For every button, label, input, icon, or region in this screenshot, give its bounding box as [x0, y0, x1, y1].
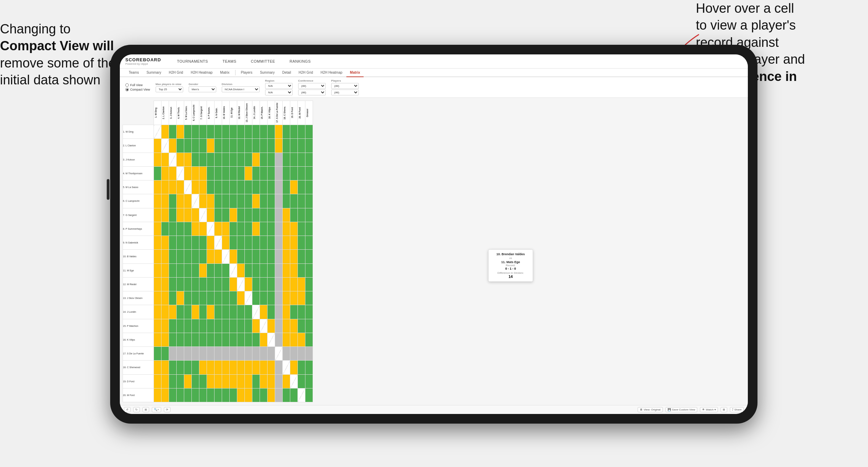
- matrix-cell[interactable]: [290, 139, 298, 153]
- matrix-cell[interactable]: [177, 305, 184, 319]
- matrix-cell[interactable]: [230, 125, 237, 139]
- matrix-cell[interactable]: [207, 361, 215, 374]
- matrix-cell[interactable]: [275, 319, 283, 333]
- players-select-2[interactable]: (All): [331, 90, 359, 95]
- matrix-cell[interactable]: [283, 222, 290, 236]
- matrix-cell[interactable]: [199, 333, 207, 346]
- matrix-cell[interactable]: [184, 194, 192, 208]
- refresh-btn[interactable]: ⟳: [164, 407, 170, 412]
- matrix-cell[interactable]: [169, 319, 177, 333]
- nav-teams[interactable]: TEAMS: [220, 58, 238, 65]
- matrix-cell[interactable]: [207, 194, 215, 208]
- matrix-cell[interactable]: [199, 139, 207, 153]
- matrix-cell[interactable]: [215, 291, 222, 305]
- matrix-cell[interactable]: [260, 277, 268, 291]
- matrix-cell[interactable]: [222, 153, 230, 166]
- matrix-cell[interactable]: [275, 153, 283, 166]
- matrix-cell[interactable]: [207, 374, 215, 388]
- matrix-cell[interactable]: [207, 250, 215, 263]
- players-select-1[interactable]: (All): [331, 83, 359, 89]
- matrix-cell[interactable]: [161, 347, 169, 361]
- matrix-cell[interactable]: [275, 388, 283, 402]
- matrix-cell[interactable]: [283, 180, 290, 194]
- matrix-cell[interactable]: [215, 250, 222, 263]
- matrix-cell[interactable]: [199, 305, 207, 319]
- matrix-cell[interactable]: [290, 153, 298, 166]
- matrix-cell[interactable]: [161, 388, 169, 402]
- matrix-cell[interactable]: [154, 222, 161, 236]
- matrix-cell[interactable]: [199, 194, 207, 208]
- matrix-cell[interactable]: [237, 361, 245, 374]
- full-view-option[interactable]: Full View: [125, 83, 150, 87]
- matrix-cell[interactable]: [268, 194, 275, 208]
- matrix-cell[interactable]: [245, 291, 252, 305]
- matrix-cell[interactable]: [230, 250, 237, 263]
- matrix-cell[interactable]: [268, 333, 275, 346]
- matrix-cell[interactable]: [237, 305, 245, 319]
- matrix-cell[interactable]: [275, 347, 283, 361]
- matrix-cell[interactable]: [207, 291, 215, 305]
- matrix-cell[interactable]: [169, 388, 177, 402]
- matrix-cell[interactable]: [154, 194, 161, 208]
- nav-committee[interactable]: COMMITTEE: [249, 58, 278, 65]
- matrix-cell[interactable]: [298, 208, 305, 222]
- matrix-cell[interactable]: [192, 305, 199, 319]
- matrix-cell[interactable]: [237, 374, 245, 388]
- matrix-cell[interactable]: [268, 263, 275, 277]
- matrix-cell[interactable]: [252, 166, 260, 180]
- matrix-cell[interactable]: [230, 222, 237, 236]
- matrix-cell[interactable]: [199, 222, 207, 236]
- matrix-cell[interactable]: [230, 263, 237, 277]
- matrix-cell[interactable]: [154, 291, 161, 305]
- matrix-cell[interactable]: [245, 180, 252, 194]
- matrix-cell[interactable]: [305, 125, 313, 139]
- matrix-cell[interactable]: [252, 347, 260, 361]
- matrix-cell[interactable]: [184, 305, 192, 319]
- matrix-cell[interactable]: [192, 250, 199, 263]
- matrix-cell[interactable]: [283, 153, 290, 166]
- matrix-cell[interactable]: [161, 277, 169, 291]
- matrix-cell[interactable]: [230, 153, 237, 166]
- matrix-cell[interactable]: [252, 180, 260, 194]
- matrix-cell[interactable]: [298, 194, 305, 208]
- matrix-cell[interactable]: [222, 139, 230, 153]
- matrix-cell[interactable]: [169, 374, 177, 388]
- matrix-cell[interactable]: [283, 388, 290, 402]
- matrix-cell[interactable]: [245, 277, 252, 291]
- matrix-cell[interactable]: [199, 347, 207, 361]
- matrix-cell[interactable]: [237, 139, 245, 153]
- matrix-cell[interactable]: [290, 125, 298, 139]
- matrix-cell[interactable]: [184, 361, 192, 374]
- matrix-cell[interactable]: [192, 388, 199, 402]
- matrix-cell[interactable]: [207, 333, 215, 346]
- matrix-cell[interactable]: [177, 347, 184, 361]
- matrix-cell[interactable]: [275, 194, 283, 208]
- matrix-cell[interactable]: [260, 139, 268, 153]
- matrix-cell[interactable]: [305, 277, 313, 291]
- matrix-cell[interactable]: [169, 361, 177, 374]
- matrix-cell[interactable]: [192, 291, 199, 305]
- matrix-cell[interactable]: [298, 125, 305, 139]
- conference-select-1[interactable]: (All): [298, 83, 326, 89]
- matrix-cell[interactable]: [177, 333, 184, 346]
- matrix-cell[interactable]: [230, 194, 237, 208]
- matrix-cell[interactable]: [252, 277, 260, 291]
- matrix-cell[interactable]: [298, 180, 305, 194]
- matrix-cell[interactable]: [260, 347, 268, 361]
- matrix-cell[interactable]: [215, 333, 222, 346]
- matrix-cell[interactable]: [169, 139, 177, 153]
- matrix-cell[interactable]: [215, 319, 222, 333]
- matrix-cell[interactable]: [305, 263, 313, 277]
- matrix-cell[interactable]: [290, 319, 298, 333]
- matrix-cell[interactable]: [230, 305, 237, 319]
- matrix-cell[interactable]: [252, 125, 260, 139]
- matrix-cell[interactable]: [215, 166, 222, 180]
- matrix-cell[interactable]: [283, 361, 290, 374]
- matrix-cell[interactable]: [237, 291, 245, 305]
- matrix-cell[interactable]: [177, 208, 184, 222]
- matrix-cell[interactable]: [237, 180, 245, 194]
- matrix-cell[interactable]: [177, 222, 184, 236]
- matrix-cell[interactable]: [260, 305, 268, 319]
- matrix-cell[interactable]: [169, 194, 177, 208]
- tab-players[interactable]: Players: [238, 69, 256, 77]
